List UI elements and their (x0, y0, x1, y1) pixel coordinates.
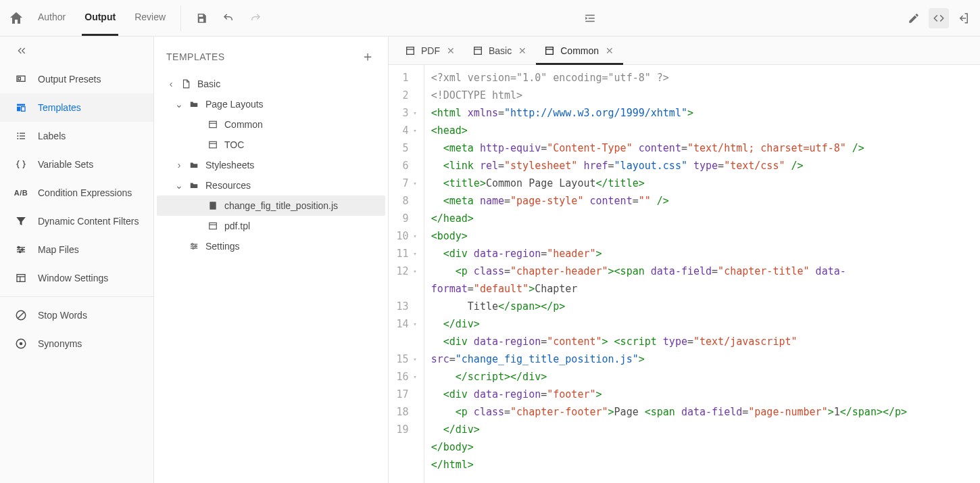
separator (180, 5, 181, 31)
tree-node-settings[interactable]: · Settings (157, 236, 385, 256)
tree-node-common[interactable]: · Common (157, 114, 385, 135)
sidebar-item-condition-expressions[interactable]: A/B Condition Expressions (0, 179, 153, 207)
editor-tab-label: Basic (489, 45, 512, 56)
tree-node-label: TOC (224, 139, 244, 150)
editor-tab-pdf[interactable]: PDF ✕ (397, 39, 464, 65)
code-line[interactable]: <meta http-equiv="Content-Type" content=… (431, 139, 973, 157)
close-icon[interactable]: ✕ (517, 45, 528, 56)
source-view-button[interactable] (929, 8, 949, 28)
tree-node-label: Basic (197, 78, 220, 89)
code-line[interactable]: <html xmlns="http://www.w3.org/1999/xhtm… (431, 104, 973, 122)
code-line[interactable]: <meta name="page-style" content="" /> (431, 192, 973, 210)
tree-node-label: Page Layouts (205, 99, 264, 110)
svg-rect-7 (22, 107, 25, 112)
code-line[interactable]: <?xml version="1.0" encoding="utf-8" ?> (431, 69, 973, 87)
line-number: 5 (389, 139, 417, 157)
code-line[interactable]: <!DOCTYPE html> (431, 87, 973, 104)
tab-review[interactable]: Review (132, 0, 168, 36)
tree-node-page-layouts[interactable]: ⌄ Page Layouts (157, 94, 385, 114)
line-number: 8 (389, 192, 417, 210)
sidebar-item-variable-sets[interactable]: Variable Sets (0, 150, 153, 179)
sidebar-item-dynamic-filters[interactable]: Dynamic Content Filters (0, 207, 153, 235)
code-line[interactable]: </head> (431, 210, 973, 227)
tree-node-stylesheets[interactable]: › Stylesheets (157, 155, 385, 175)
exit-button[interactable] (956, 10, 972, 26)
svg-point-38 (195, 246, 196, 247)
tree-node-basic[interactable]: ‹ Basic (157, 74, 385, 94)
code-line[interactable]: <body> (431, 227, 973, 245)
line-number: 2 (389, 87, 417, 104)
svg-point-37 (192, 244, 193, 245)
code-line[interactable]: <title>Common Page Layout</title> (431, 175, 973, 192)
sidebar-item-labels[interactable]: Labels (0, 122, 153, 150)
sidebar-item-label: Synonyms (38, 338, 82, 349)
svg-point-8 (17, 133, 18, 134)
code-editor[interactable]: 123▾4▾567▾8910▾11▾12▾1314▾15▾16▾171819 <… (389, 65, 980, 483)
code-line[interactable]: <div data-region="header"> (431, 245, 973, 262)
sidebar-item-label: Window Settings (38, 273, 108, 283)
gutter: 123▾4▾567▾8910▾11▾12▾1314▾15▾16▾171819 (389, 65, 424, 483)
sidebar-item-label: Map Files (38, 244, 79, 255)
close-icon[interactable]: ✕ (445, 45, 456, 56)
indent-icon[interactable] (582, 10, 598, 26)
undo-button[interactable] (220, 10, 237, 26)
tab-author-label: Author (38, 12, 66, 22)
code-line[interactable]: </body> (431, 438, 973, 456)
line-number: 18 (389, 403, 417, 421)
templates-panel: TEMPLATES ＋ ‹ Basic ⌄ Page Layouts · Com (154, 37, 389, 483)
svg-rect-20 (17, 275, 25, 282)
labels-icon (14, 130, 28, 142)
svg-rect-11 (20, 135, 25, 136)
code-line[interactable]: <p class="chapter-header"><span data-fie… (431, 262, 973, 315)
code-line[interactable]: <p class="chapter-footer">Page <span dat… (431, 403, 973, 421)
code-lines[interactable]: <?xml version="1.0" encoding="utf-8" ?><… (424, 65, 980, 483)
sidebar-item-templates[interactable]: Templates (0, 93, 153, 122)
svg-rect-32 (210, 223, 217, 229)
sidebar-item-label: Templates (38, 102, 81, 113)
sidebar-item-map-files[interactable]: Map Files (0, 235, 153, 264)
code-line[interactable]: </html> (431, 456, 973, 474)
editor-tab-common[interactable]: Common ✕ (536, 39, 623, 65)
tree-node-js-file[interactable]: · change_fig_title_position.js (157, 196, 385, 216)
save-button[interactable] (193, 10, 210, 26)
collapse-sidebar-button[interactable] (0, 37, 153, 65)
code-line[interactable]: <div data-region="content"> <script type… (431, 333, 973, 386)
sidebar-item-synonyms[interactable]: Synonyms (0, 329, 153, 358)
sidebar-item-stop-words[interactable]: Stop Words (0, 301, 153, 329)
js-file-icon (207, 200, 219, 212)
svg-rect-40 (407, 47, 414, 55)
svg-rect-2 (585, 20, 595, 22)
view-tools (906, 8, 972, 28)
tree-node-label: pdf.tpl (224, 221, 250, 231)
edit-view-button[interactable] (906, 10, 922, 26)
editor-tab-basic[interactable]: Basic ✕ (464, 39, 536, 65)
line-number: 15▾ (389, 350, 417, 368)
home-icon[interactable] (8, 10, 24, 26)
tab-output[interactable]: Output (82, 0, 118, 36)
add-template-button[interactable]: ＋ (361, 47, 375, 66)
svg-point-17 (18, 246, 20, 248)
editor-tabs: PDF ✕ Basic ✕ Common ✕ (389, 37, 980, 65)
synonyms-icon (14, 338, 28, 350)
code-line[interactable]: <link rel="stylesheet" href="layout.css"… (431, 157, 973, 175)
tab-author[interactable]: Author (35, 0, 68, 36)
line-number: 9 (389, 210, 417, 227)
code-line[interactable]: <div data-region="footer"> (431, 386, 973, 403)
code-line[interactable]: </div> (431, 421, 973, 438)
svg-line-24 (18, 313, 24, 319)
redo-button[interactable] (247, 10, 264, 26)
folder-icon (188, 159, 200, 171)
chevron-right-icon: › (176, 160, 182, 170)
sidebar-item-window-settings[interactable]: Window Settings (0, 264, 153, 292)
svg-rect-27 (210, 121, 217, 127)
tree-node-toc[interactable]: · TOC (157, 135, 385, 155)
code-line[interactable]: <head> (431, 122, 973, 139)
mode-tabs: Author Output Review (35, 0, 168, 36)
sidebar-item-label: Variable Sets (38, 159, 93, 170)
close-icon[interactable]: ✕ (604, 45, 615, 56)
sidebar-item-output-presets[interactable]: Output Presets (0, 65, 153, 93)
tree-node-tpl-file[interactable]: · pdf.tpl (157, 216, 385, 236)
code-line[interactable]: </div> (431, 315, 973, 333)
tree-node-resources[interactable]: ⌄ Resources (157, 175, 385, 196)
line-number: 7▾ (389, 175, 417, 192)
